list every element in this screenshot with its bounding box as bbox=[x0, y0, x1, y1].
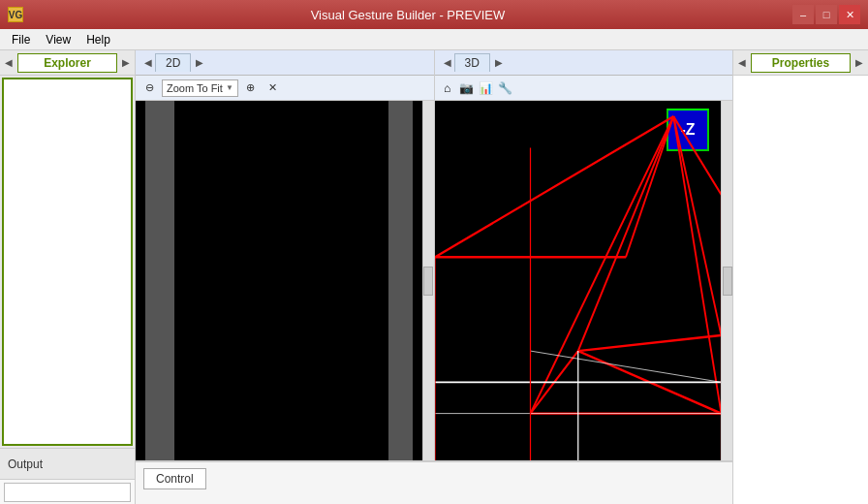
svg-line-4 bbox=[530, 116, 673, 413]
panel-2d: ◀ 2D ▶ ⊖ Zoom To Fit ▼ ⊕ ✕ bbox=[136, 50, 435, 460]
app-icon: VG bbox=[8, 7, 23, 22]
window-controls: – □ ✕ bbox=[792, 5, 860, 24]
close-button[interactable]: ✕ bbox=[839, 5, 860, 24]
sidebar-bottom: Output bbox=[0, 448, 135, 479]
panel-2d-scroll-left[interactable]: ◀ bbox=[141, 52, 155, 74]
home-icon[interactable]: ⌂ bbox=[439, 79, 456, 97]
scroll-2d-vertical[interactable] bbox=[422, 101, 434, 460]
restore-button[interactable]: □ bbox=[816, 5, 837, 24]
center-area: ◀ 2D ▶ ⊖ Zoom To Fit ▼ ⊕ ✕ bbox=[136, 50, 732, 504]
zoom-in-icon[interactable]: ⊕ bbox=[241, 79, 261, 98]
canvas-3d-row: -Z bbox=[435, 101, 733, 460]
properties-prev-arrow[interactable]: ◀ bbox=[733, 50, 751, 76]
right-sidebar: ◀ Properties ▶ bbox=[732, 50, 868, 504]
bottom-bar: Control bbox=[136, 461, 732, 504]
panel-3d-tab[interactable]: 3D bbox=[454, 53, 490, 72]
title-bar: VG Visual Gesture Builder - PREVIEW – □ … bbox=[0, 0, 868, 29]
panel-3d: ◀ 3D ▶ ⌂ 📷 📊 🔧 -Z bbox=[435, 50, 733, 460]
panel-3d-header: ◀ 3D ▶ bbox=[435, 50, 733, 76]
canvas-2d-row bbox=[136, 101, 434, 460]
canvas-3d: -Z bbox=[435, 101, 722, 460]
skeleton-3d bbox=[435, 101, 722, 460]
panel-2d-header: ◀ 2D ▶ bbox=[136, 50, 434, 76]
properties-tab[interactable]: Properties bbox=[751, 53, 851, 73]
sidebar-prev-arrow[interactable]: ◀ bbox=[0, 50, 17, 76]
svg-line-5 bbox=[435, 116, 673, 257]
control-button[interactable]: Control bbox=[143, 468, 206, 489]
zoom-to-fit-button[interactable]: Zoom To Fit ▼ bbox=[162, 79, 238, 97]
sidebar-nav: ◀ Explorer ▶ bbox=[0, 50, 135, 76]
svg-line-1 bbox=[626, 116, 673, 257]
menu-file[interactable]: File bbox=[4, 31, 38, 48]
canvas-2d bbox=[136, 101, 422, 460]
scroll-3d-vertical[interactable] bbox=[721, 101, 732, 460]
properties-nav: ◀ Properties ▶ bbox=[733, 50, 868, 76]
menu-bar: File View Help bbox=[0, 29, 868, 50]
title-bar-title: Visual Gesture Builder - PREVIEW bbox=[23, 8, 792, 22]
close-view-icon[interactable]: ✕ bbox=[264, 79, 283, 98]
properties-next-arrow[interactable]: ▶ bbox=[851, 50, 868, 76]
panel-3d-scroll-left[interactable]: ◀ bbox=[441, 52, 454, 74]
toolbar-3d: ⌂ 📷 📊 🔧 bbox=[435, 76, 733, 101]
menu-view[interactable]: View bbox=[38, 31, 78, 48]
svg-line-6 bbox=[673, 116, 721, 413]
toolbar-2d: ⊖ Zoom To Fit ▼ ⊕ ✕ bbox=[136, 76, 434, 101]
tool-icon[interactable]: 🔧 bbox=[497, 79, 514, 97]
panel-2d-tab[interactable]: 2D bbox=[155, 53, 191, 72]
svg-line-3 bbox=[673, 116, 721, 335]
svg-line-2 bbox=[577, 116, 673, 351]
main-layout: ◀ Explorer ▶ Output ◀ 2D ▶ bbox=[0, 50, 868, 504]
camera-icon[interactable]: 📷 bbox=[458, 79, 476, 97]
properties-content bbox=[733, 76, 868, 504]
panel-2d-scroll-right[interactable]: ▶ bbox=[193, 52, 206, 74]
minimize-button[interactable]: – bbox=[792, 5, 814, 24]
svg-line-7 bbox=[577, 335, 721, 351]
left-sidebar: ◀ Explorer ▶ Output bbox=[0, 50, 136, 504]
sidebar-next-arrow[interactable]: ▶ bbox=[117, 50, 135, 76]
output-input[interactable] bbox=[4, 483, 131, 502]
zoom-dropdown-arrow: ▼ bbox=[226, 83, 233, 92]
zoom-to-fit-label: Zoom To Fit bbox=[167, 82, 223, 94]
chart-icon[interactable]: 📊 bbox=[478, 79, 495, 97]
explorer-tab[interactable]: Explorer bbox=[17, 53, 117, 73]
output-label[interactable]: Output bbox=[8, 457, 43, 471]
explorer-content bbox=[2, 78, 133, 446]
viewer-panels: ◀ 2D ▶ ⊖ Zoom To Fit ▼ ⊕ ✕ bbox=[136, 50, 732, 461]
zoom-out-icon[interactable]: ⊖ bbox=[140, 79, 159, 98]
panel-3d-scroll-right[interactable]: ▶ bbox=[492, 52, 506, 74]
menu-help[interactable]: Help bbox=[78, 31, 118, 48]
